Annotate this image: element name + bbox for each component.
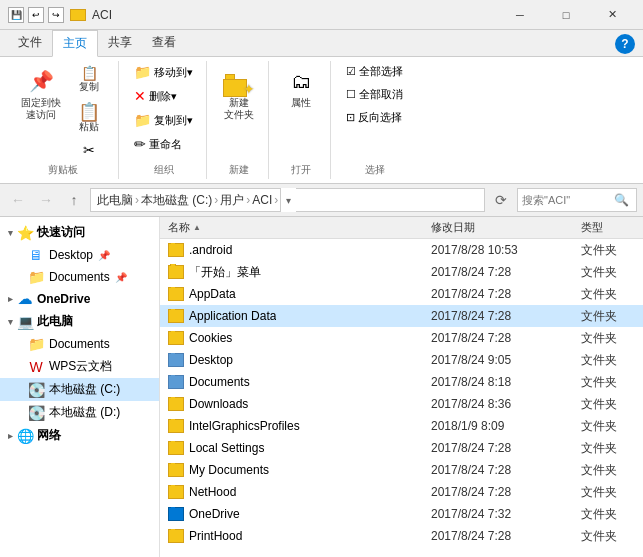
forward-button[interactable]: →: [34, 188, 58, 212]
copy-button[interactable]: 📋 复制: [68, 61, 110, 97]
sidebar-item-locald[interactable]: 💽 本地磁盘 (D:): [0, 401, 159, 424]
file-type-cell: 文件夹: [573, 462, 643, 479]
back-button[interactable]: ←: [6, 188, 30, 212]
file-name-cell: AppData: [160, 287, 423, 301]
tab-file[interactable]: 文件: [8, 30, 52, 56]
paste-icon: 📋: [73, 103, 105, 121]
scissors-button[interactable]: ✂: [68, 139, 110, 161]
table-row[interactable]: IntelGraphicsProfiles 2018/1/9 8:09 文件夹: [160, 415, 643, 437]
search-input[interactable]: [522, 194, 612, 206]
file-date-cell: 2017/8/24 8:18: [423, 375, 573, 389]
col-name-label: 名称: [168, 220, 190, 235]
folder-tab: [170, 287, 176, 288]
breadcrumb-users[interactable]: 用户: [220, 192, 244, 209]
col-header-name[interactable]: 名称 ▲: [160, 220, 423, 235]
file-date: 2017/8/24 7:28: [431, 529, 511, 543]
maximize-button[interactable]: □: [543, 0, 589, 30]
undo-icon[interactable]: ↩: [28, 7, 44, 23]
file-date-cell: 2017/8/24 7:28: [423, 265, 573, 279]
tab-home[interactable]: 主页: [52, 30, 98, 57]
breadcrumb-drive[interactable]: 本地磁盘 (C:): [141, 192, 212, 209]
select-all-button[interactable]: ☑ 全部选择: [341, 61, 408, 82]
file-type-cell: 文件夹: [573, 330, 643, 347]
close-button[interactable]: ✕: [589, 0, 635, 30]
quickaccess-chevron: ▾: [8, 228, 13, 238]
sidebar-documents-label: Documents: [49, 270, 110, 284]
minimize-button[interactable]: ─: [497, 0, 543, 30]
file-date: 2017/8/24 8:36: [431, 397, 511, 411]
table-row[interactable]: PrintHood 2017/8/24 7:28 文件夹: [160, 525, 643, 547]
address-bar: ← → ↑ 此电脑 › 本地磁盘 (C:) › 用户 › ACI › ▾ ⟳ 🔍: [0, 184, 643, 217]
properties-label: 属性: [291, 97, 311, 109]
search-box[interactable]: 🔍: [517, 188, 637, 212]
sidebar-item-wpsdocs[interactable]: W WPS云文档: [0, 355, 159, 378]
drive-d-icon: 💽: [28, 405, 44, 421]
file-name-label: My Documents: [189, 463, 269, 477]
delete-button[interactable]: ✕ 删除▾: [129, 85, 182, 107]
rename-label: 重命名: [149, 137, 182, 152]
ribbon-group-organize: 📁 移动到▾ ✕ 删除▾ 📁 复制到▾ ✏ 重命名 组织: [121, 61, 207, 179]
tab-view[interactable]: 查看: [142, 30, 186, 56]
onedrive-icon: ☁: [17, 291, 33, 307]
help-button[interactable]: ?: [615, 34, 635, 54]
file-type-cell: 文件夹: [573, 440, 643, 457]
folder-tab: [170, 463, 176, 464]
pin-button[interactable]: 📌 固定到快速访问: [16, 61, 66, 125]
save-icon[interactable]: 💾: [8, 7, 24, 23]
file-type-cell: 文件夹: [573, 242, 643, 259]
properties-button[interactable]: 🗂 属性: [280, 61, 322, 113]
refresh-button[interactable]: ⟳: [489, 188, 513, 212]
sidebar-item-desktop[interactable]: 🖥 Desktop 📌: [0, 244, 159, 266]
sidebar-item-localc[interactable]: 💽 本地磁盘 (C:): [0, 378, 159, 401]
sidebar-section-thispc[interactable]: ▾ 💻 此电脑: [0, 310, 159, 333]
sidebar-section-quickaccess[interactable]: ▾ ⭐ 快速访问: [0, 221, 159, 244]
sidebar-section-onedrive[interactable]: ▸ ☁ OneDrive: [0, 288, 159, 310]
folder-tab: [170, 353, 176, 354]
file-type-cell: 文件夹: [573, 374, 643, 391]
table-row[interactable]: OneDrive 2017/8/24 7:32 文件夹: [160, 503, 643, 525]
invert-label: 反向选择: [358, 110, 402, 125]
breadcrumb-thispc[interactable]: 此电脑: [97, 192, 133, 209]
table-row[interactable]: Downloads 2017/8/24 8:36 文件夹: [160, 393, 643, 415]
table-row[interactable]: Cookies 2017/8/24 7:28 文件夹: [160, 327, 643, 349]
table-row[interactable]: 「开始」菜单 2017/8/24 7:28 文件夹: [160, 261, 643, 283]
window-controls[interactable]: ─ □ ✕: [497, 0, 635, 30]
paste-button[interactable]: 📋 粘贴: [68, 99, 110, 137]
sidebar-item-documents[interactable]: 📁 Documents 📌: [0, 266, 159, 288]
deselect-all-button[interactable]: ☐ 全部取消: [341, 84, 408, 105]
copy2-button[interactable]: 📁 复制到▾: [129, 109, 198, 131]
table-row[interactable]: Local Settings 2017/8/24 7:28 文件夹: [160, 437, 643, 459]
file-type: 文件夹: [581, 462, 617, 479]
col-header-date[interactable]: 修改日期: [423, 220, 573, 235]
tab-share[interactable]: 共享: [98, 30, 142, 56]
redo-icon[interactable]: ↪: [48, 7, 64, 23]
table-row[interactable]: .android 2017/8/28 10:53 文件夹: [160, 239, 643, 261]
table-row[interactable]: Application Data 2017/8/24 7:28 文件夹: [160, 305, 643, 327]
table-row[interactable]: AppData 2017/8/24 7:28 文件夹: [160, 283, 643, 305]
file-date: 2017/8/24 7:28: [431, 331, 511, 345]
address-path[interactable]: 此电脑 › 本地磁盘 (C:) › 用户 › ACI › ▾: [90, 188, 485, 212]
up-button[interactable]: ↑: [62, 188, 86, 212]
sidebar-section-network[interactable]: ▸ 🌐 网络: [0, 424, 159, 447]
open-buttons: 🗂 属性: [280, 61, 322, 161]
table-row[interactable]: Desktop 2017/8/24 9:05 文件夹: [160, 349, 643, 371]
sidebar-documents2-label: Documents: [49, 337, 110, 351]
file-date-cell: 2017/8/24 7:28: [423, 529, 573, 543]
invert-icon: ⊡: [346, 111, 355, 124]
breadcrumb-aci[interactable]: ACI: [252, 193, 272, 207]
path-chevron[interactable]: ▾: [280, 188, 296, 212]
sidebar-item-documents2[interactable]: 📁 Documents: [0, 333, 159, 355]
folder-tab: [170, 529, 176, 530]
rename-button[interactable]: ✏ 重命名: [129, 133, 187, 155]
file-date: 2017/8/24 7:28: [431, 287, 511, 301]
new-folder-button[interactable]: ✦ 新建文件夹: [218, 61, 260, 125]
file-date: 2017/8/24 7:28: [431, 485, 511, 499]
invert-select-button[interactable]: ⊡ 反向选择: [341, 107, 407, 128]
table-row[interactable]: NetHood 2017/8/24 7:28 文件夹: [160, 481, 643, 503]
table-row[interactable]: My Documents 2017/8/24 7:28 文件夹: [160, 459, 643, 481]
move-button[interactable]: 📁 移动到▾: [129, 61, 198, 83]
table-row[interactable]: Documents 2017/8/24 8:18 文件夹: [160, 371, 643, 393]
col-header-type[interactable]: 类型: [573, 220, 643, 235]
folder-icon: [168, 441, 184, 455]
file-name-label: .android: [189, 243, 232, 257]
